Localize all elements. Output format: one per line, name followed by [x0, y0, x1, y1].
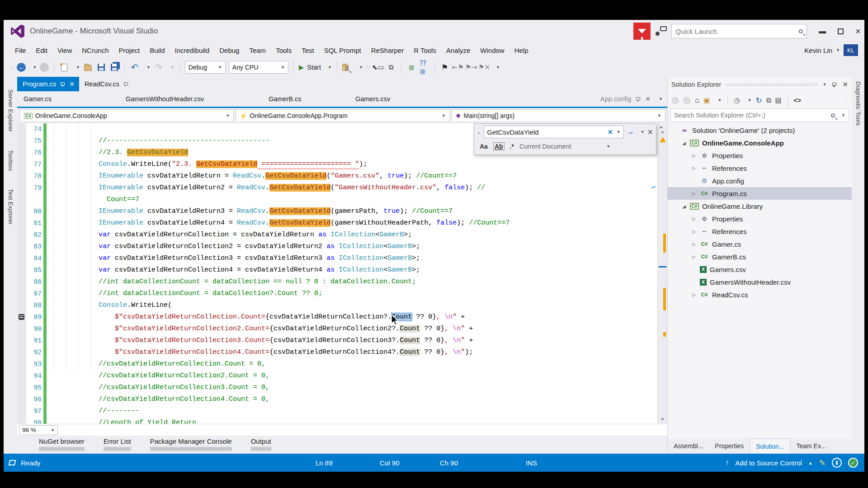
- avatar[interactable]: KL: [844, 44, 858, 56]
- undo-dropdown-icon[interactable]: ▼: [146, 65, 151, 70]
- navigate-to-icon[interactable]: ⬉▭: [373, 62, 383, 72]
- tab-team-ex-[interactable]: Team Ex...: [790, 438, 832, 454]
- tree-item-onlinegame-consoleapp[interactable]: ◢C#OnlineGame.ConsoleApp: [668, 136, 852, 149]
- expander-icon[interactable]: ▷: [691, 153, 697, 158]
- save-icon[interactable]: [96, 62, 106, 72]
- user-name[interactable]: Kevin Lin: [804, 47, 832, 54]
- expander-icon[interactable]: ▷: [691, 242, 697, 247]
- zoom-select[interactable]: 98 %▼: [19, 425, 58, 435]
- panel-tab-package-manager-console[interactable]: Package Manager Console: [150, 437, 232, 451]
- bookmark-icon[interactable]: ⚑: [440, 62, 450, 72]
- sync-dropdown-icon[interactable]: ▼: [747, 98, 751, 103]
- code-line-92[interactable]: 92 $"csvDataYieldReturnCollection4.Count…: [17, 347, 667, 358]
- solution-search-box[interactable]: Search Solution Explorer (Ctrl+;) ▼: [670, 108, 849, 122]
- new-file-dropdown-icon[interactable]: ▼: [76, 65, 80, 70]
- menu-resharper[interactable]: ReSharper: [366, 45, 409, 56]
- menu-ncrunch[interactable]: NCrunch: [77, 45, 113, 56]
- expander-icon[interactable]: ▷: [691, 166, 697, 171]
- menu-r-tools[interactable]: R Tools: [409, 45, 441, 56]
- menu-project[interactable]: Project: [113, 45, 145, 56]
- code-line-88[interactable]: 88 Console.WriteLine(: [17, 300, 667, 311]
- menu-tools[interactable]: Tools: [271, 45, 297, 56]
- type-dropdown[interactable]: ⚡ OnlineGame.ConsoleApp.Program▼: [236, 109, 449, 122]
- code-line-84[interactable]: 84 var csvDataYieldReturnCollection3 = c…: [17, 253, 667, 264]
- restore-button[interactable]: [838, 28, 844, 34]
- tab-test-explorer[interactable]: Test Explorer: [7, 189, 14, 225]
- tree-item-references[interactable]: ▷▪▪References: [668, 162, 852, 174]
- vertical-scrollbar[interactable]: ⇹ ▲ ▼: [657, 123, 667, 424]
- tree-item-references[interactable]: ▷▪▪References: [668, 225, 852, 238]
- decrease-indent-icon[interactable]: ≣: [406, 62, 416, 72]
- tree-item-gamerb-cs[interactable]: ▷C#GamerB.cs: [668, 250, 852, 263]
- quick-action-icon[interactable]: ↩: [651, 182, 656, 194]
- panel-tab-error-list[interactable]: Error List: [104, 437, 131, 451]
- code-line-81[interactable]: 81 IEnumerable csvDataYieldReturn4 = Rea…: [17, 217, 667, 229]
- menu-team[interactable]: Team: [244, 45, 271, 56]
- panel-tab-nuget-browser[interactable]: NuGet browser: [39, 437, 85, 451]
- pin-icon[interactable]: [60, 82, 65, 87]
- filter-dropdown-icon[interactable]: ▼: [717, 98, 722, 103]
- doc-list-dropdown-icon[interactable]: ▼: [659, 97, 663, 101]
- pin-panel-icon[interactable]: [832, 82, 837, 87]
- tree-item-program-cs[interactable]: ▷C#Program.cs: [668, 187, 852, 200]
- code-line-wrap[interactable]: Count==7: [17, 194, 667, 206]
- tab-server-explorer[interactable]: Server Explorer: [7, 89, 14, 132]
- add-to-source-control-button[interactable]: Add to Source Control: [735, 459, 802, 467]
- panel-menu-icon[interactable]: ▼: [823, 82, 827, 87]
- view-code-icon[interactable]: <>: [794, 97, 801, 104]
- open-file-icon[interactable]: [83, 62, 93, 72]
- clear-bookmarks-icon[interactable]: ⚑✕: [479, 62, 489, 72]
- menu-help[interactable]: Help: [509, 45, 533, 56]
- search-scope-select[interactable]: Current Document▼: [519, 143, 610, 150]
- code-line-86[interactable]: 86 //int dataCollectionCount = dataColle…: [17, 276, 667, 288]
- code-line-90[interactable]: 90 $"csvDataYieldReturnCollection2.Count…: [17, 323, 667, 335]
- search-history-dropdown-icon[interactable]: ▼: [617, 130, 621, 134]
- tab-app-config[interactable]: App.config: [600, 95, 632, 103]
- redo-dropdown-icon[interactable]: ▼: [170, 65, 175, 70]
- tab-gamer-cs[interactable]: Gamer.cs: [17, 95, 119, 103]
- code-line-79[interactable]: 79 IEnumerable csvDataYieldReturn2 = Rea…: [17, 182, 667, 194]
- code-line-82[interactable]: 82 var csvDataYieldReturnCollection = cs…: [17, 229, 667, 241]
- start-dropdown-icon[interactable]: ▼: [328, 65, 332, 70]
- tab-readcsv-cs[interactable]: ReadCsv.cs: [79, 77, 134, 91]
- tree-item-gamer-cs[interactable]: ▷C#Gamer.cs: [668, 238, 852, 250]
- menu-file[interactable]: File: [10, 45, 31, 56]
- clear-search-icon[interactable]: ✕: [608, 128, 613, 136]
- tree-item-readcsv-cs[interactable]: ▷C#ReadCsv.cs: [668, 288, 852, 301]
- start-debug-icon[interactable]: ▶: [299, 63, 304, 71]
- regex-toggle[interactable]: .*: [510, 143, 514, 150]
- code-line-78[interactable]: 78 IEnumerable csvDataYieldReturn = Read…: [17, 170, 667, 182]
- increase-indent-icon[interactable]: ⁇≣: [420, 62, 429, 72]
- redo-icon[interactable]: ↷: [154, 62, 164, 72]
- copy-structure-icon[interactable]: ⧉: [386, 62, 396, 72]
- close-button[interactable]: ×: [855, 26, 861, 37]
- code-line-87[interactable]: 87 //int dataCollectionCount = dataColle…: [17, 288, 667, 300]
- save-all-icon[interactable]: [109, 62, 119, 72]
- code-line-98[interactable]: 98 //Length of Yield Return: [17, 417, 667, 424]
- solution-platform-select[interactable]: Any CPU▼: [229, 61, 288, 74]
- tab-gamerswithoutheader-csv[interactable]: GamersWithoutHeader.csv: [119, 95, 262, 103]
- tab-properties[interactable]: Properties: [709, 438, 750, 454]
- se-forward-icon[interactable]: →: [683, 97, 691, 104]
- find-in-files-icon[interactable]: [342, 62, 352, 72]
- overflow-icon[interactable]: '': [845, 98, 848, 103]
- menu-test[interactable]: Test: [297, 45, 319, 56]
- line-glyph-icon[interactable]: [19, 314, 24, 320]
- filter-icon[interactable]: [633, 23, 651, 40]
- project-dropdown[interactable]: C# OnlineGame.ConsoleApp▼: [20, 109, 234, 122]
- code-line-97[interactable]: 97 //--------: [17, 405, 667, 417]
- publish-icon[interactable]: ↑: [725, 459, 729, 467]
- tree-item-onlinegame-library[interactable]: ◢C#OnlineGame.Library: [668, 200, 852, 212]
- search-options-dropdown-icon[interactable]: ▼: [841, 113, 845, 117]
- code-line-94[interactable]: 94 //csvDataYieldReturnCollection2.Count…: [17, 370, 667, 382]
- tab-gamers-csv[interactable]: Gamers.csv: [349, 95, 430, 103]
- close-find-icon[interactable]: ✕: [647, 128, 653, 136]
- code-editor[interactable]: 7475 //---------------------------------…: [17, 123, 667, 424]
- scroll-down-icon[interactable]: ▼: [658, 417, 667, 422]
- user-dropdown-icon[interactable]: ▼: [836, 48, 840, 52]
- menu-build[interactable]: Build: [145, 45, 170, 56]
- properties-pages-icon[interactable]: ▤: [775, 96, 781, 104]
- menu-window[interactable]: Window: [475, 45, 509, 56]
- download-icon[interactable]: ⬇: [832, 458, 842, 468]
- code-line-91[interactable]: 91 $"csvDataYieldReturnCollection3.Count…: [17, 335, 667, 347]
